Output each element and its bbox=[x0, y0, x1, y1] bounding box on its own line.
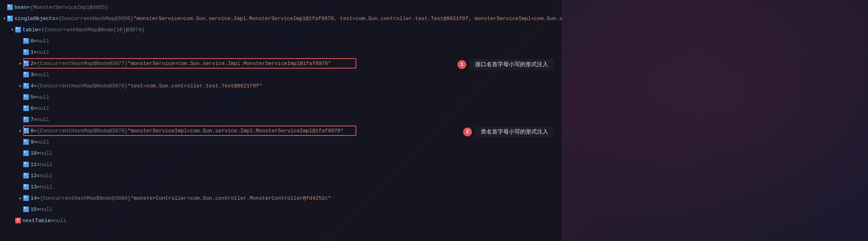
field-icon bbox=[23, 139, 29, 145]
value: null bbox=[37, 105, 49, 111]
var-name: nextTable bbox=[22, 218, 51, 224]
operator: = bbox=[37, 162, 40, 168]
debug-row-row-nextTable: fnextTable = null bbox=[0, 215, 562, 226]
annotation-number: 1 bbox=[457, 60, 466, 69]
field-icon bbox=[7, 4, 13, 10]
annotation-number: 2 bbox=[463, 128, 472, 136]
field-icon bbox=[23, 150, 29, 156]
expand-arrow[interactable]: ▸ bbox=[18, 83, 23, 89]
operator: = bbox=[34, 38, 37, 44]
debug-row-row-15: 15 = null bbox=[0, 204, 562, 215]
debug-row-row-14[interactable]: ▸14 = {ConcurrentHashMap$Node@3080} "mon… bbox=[0, 192, 562, 204]
value: null bbox=[40, 184, 52, 190]
var-name: 12 bbox=[30, 173, 37, 179]
var-name: 13 bbox=[30, 184, 37, 190]
var-name: 15 bbox=[30, 207, 37, 213]
value: "test=com.Sun.controller.test.Test@8621f… bbox=[128, 83, 262, 89]
type-ref: {ConcurrentHashMap$Node[16]@3074} bbox=[41, 27, 144, 33]
var-name: 6 bbox=[30, 105, 34, 111]
operator: = bbox=[34, 117, 37, 123]
field-icon bbox=[23, 117, 29, 122]
var-name: singleObjects bbox=[14, 16, 55, 22]
field-icon bbox=[23, 195, 29, 201]
operator: = bbox=[34, 128, 37, 134]
value: null bbox=[54, 218, 66, 224]
debug-row-row-4[interactable]: ▸4 = {ConcurrentHashMap$Node@3078} "test… bbox=[0, 80, 562, 91]
operator: = bbox=[37, 195, 40, 201]
var-name: bean bbox=[14, 4, 27, 10]
operator: = bbox=[27, 4, 30, 10]
var-name: 8 bbox=[30, 128, 34, 134]
var-name: 0 bbox=[30, 38, 34, 44]
field-icon bbox=[23, 38, 29, 44]
value: null bbox=[37, 139, 49, 145]
expand-arrow[interactable]: ▸ bbox=[18, 60, 23, 67]
operator: = bbox=[37, 207, 40, 213]
value: null bbox=[37, 72, 49, 78]
var-name: 14 bbox=[30, 195, 37, 201]
operator: = bbox=[37, 173, 40, 179]
field-icon bbox=[23, 72, 29, 77]
debug-row-row-13: 13 = null bbox=[0, 181, 562, 192]
field-icon bbox=[23, 128, 29, 134]
field-icon bbox=[23, 83, 29, 89]
value: null bbox=[40, 162, 52, 168]
operator: = bbox=[34, 72, 37, 78]
var-name: 11 bbox=[30, 162, 37, 168]
field-icon bbox=[23, 49, 29, 55]
expand-arrow[interactable]: ▾ bbox=[10, 26, 15, 33]
annotation: 1接口名首字母小写的形式注入 bbox=[457, 59, 554, 70]
debug-row-row-1: 1 = null bbox=[0, 47, 562, 58]
debugger-panel: bean = {MonsterServiceImpl@3055}▾singleO… bbox=[0, 0, 562, 241]
debug-row-row-0: 0 = null bbox=[0, 35, 562, 47]
operator: = bbox=[34, 61, 37, 67]
type-ref: {ConcurrentHashMap$Node@3077} bbox=[37, 61, 128, 67]
expand-arrow[interactable]: ▾ bbox=[2, 15, 7, 22]
value: null bbox=[37, 49, 49, 55]
debug-row-row-table[interactable]: ▾table = {ConcurrentHashMap$Node[16]@307… bbox=[0, 24, 562, 35]
operator: = bbox=[51, 218, 54, 224]
debug-row-row-12: 12 = null bbox=[0, 170, 562, 181]
value: null bbox=[40, 173, 52, 179]
operator: = bbox=[34, 139, 37, 145]
var-name: 10 bbox=[30, 150, 37, 156]
value: null bbox=[40, 150, 52, 156]
var-name: 1 bbox=[30, 49, 34, 55]
type-ref: {ConcurrentHashMap$Node@3080} bbox=[40, 195, 130, 201]
value: "monsterServiceImpl=com.Sun.service.Impl… bbox=[128, 128, 344, 134]
annotation: 2类名首字母小写的形式注入 bbox=[463, 126, 554, 138]
type-ref: {ConcurrentHashMap@3056} bbox=[58, 16, 133, 22]
field-icon bbox=[23, 94, 29, 100]
value: null bbox=[40, 207, 52, 213]
debug-row-row-11: 11 = null bbox=[0, 159, 562, 170]
annotation-text: 接口名首字母小写的形式注入 bbox=[470, 59, 554, 70]
annotation-text: 类名首字母小写的形式注入 bbox=[475, 126, 554, 138]
field-icon bbox=[15, 27, 21, 32]
expand-arrow[interactable]: ▸ bbox=[18, 128, 23, 134]
var-name: 3 bbox=[30, 72, 34, 78]
var-name: 9 bbox=[30, 139, 34, 145]
value: "monsterService=com.Sun.service.Impl.Mon… bbox=[133, 16, 562, 22]
operator: = bbox=[34, 105, 37, 111]
operator: = bbox=[38, 27, 41, 33]
field-icon bbox=[23, 184, 29, 190]
debug-row-row-10: 10 = null bbox=[0, 148, 562, 159]
operator: = bbox=[34, 94, 37, 100]
field-icon bbox=[23, 105, 29, 111]
value: null bbox=[37, 38, 49, 44]
type-ref: {MonsterServiceImpl@3055} bbox=[30, 4, 108, 10]
operator: = bbox=[34, 83, 37, 89]
type-ref: {ConcurrentHashMap$Node@3079} bbox=[37, 128, 128, 134]
expand-arrow[interactable]: ▸ bbox=[18, 195, 23, 201]
var-name: 2 bbox=[30, 61, 34, 67]
debug-row-row-3: 3 = null bbox=[0, 69, 562, 80]
value: null bbox=[37, 94, 49, 100]
field-icon bbox=[23, 61, 29, 66]
field-icon bbox=[23, 207, 29, 212]
operator: = bbox=[55, 16, 58, 22]
debug-row-row-singleObjects[interactable]: ▾singleObjects = {ConcurrentHashMap@3056… bbox=[0, 13, 562, 24]
var-name: 7 bbox=[30, 117, 34, 123]
debug-row-row-9: 9 = null bbox=[0, 136, 562, 148]
debug-row-row-6: 6 = null bbox=[0, 103, 562, 114]
var-name: table bbox=[22, 27, 38, 33]
